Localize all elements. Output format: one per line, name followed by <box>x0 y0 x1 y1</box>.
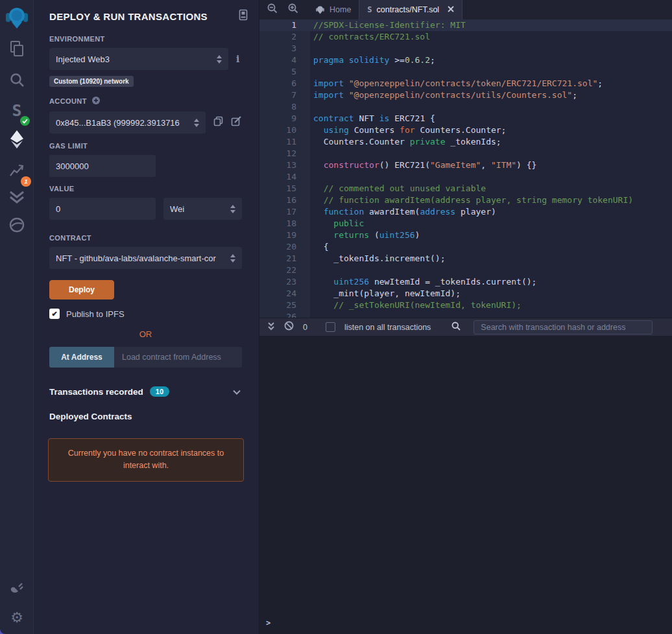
value-label: VALUE <box>49 185 242 193</box>
code-line[interactable]: 13 constructor() ERC721("GameItem", "ITM… <box>259 159 672 171</box>
code-line[interactable]: 3 <box>259 43 672 54</box>
line-number: 14 <box>259 171 310 183</box>
no-instances-warning: Currently you have no contract instances… <box>48 438 244 482</box>
line-number: 6 <box>259 78 310 89</box>
code-text <box>310 43 313 54</box>
line-number: 25 <box>259 299 310 311</box>
code-text: //SPDX-License-Identifier: MIT <box>310 19 466 31</box>
line-number: 22 <box>259 264 310 276</box>
settings-gear-icon[interactable]: ⚙ <box>0 608 34 628</box>
file-explorer-icon[interactable] <box>0 39 34 58</box>
create-account-plus-icon[interactable] <box>91 96 101 106</box>
terminal-search-input[interactable] <box>474 320 653 335</box>
main-area: Home S contracts/NFT.sol 1//SPDX-License… <box>259 0 672 634</box>
code-line[interactable]: 23 uint256 newItemId = _tokenIds.current… <box>259 276 672 288</box>
code-text: pragma solidity >=0.6.2; <box>310 54 435 66</box>
transactions-count-badge: 10 <box>150 386 169 397</box>
line-number: 10 <box>259 124 310 136</box>
line-number: 23 <box>259 276 310 288</box>
tab-home[interactable]: Home <box>307 0 359 19</box>
line-number: 12 <box>259 148 310 159</box>
code-line[interactable]: 20 { <box>259 241 672 253</box>
code-line[interactable]: 9contract NFT is ERC721 { <box>259 113 672 124</box>
environment-select[interactable]: Injected Web3 <box>49 48 228 70</box>
value-unit-select[interactable]: Wei <box>163 198 242 220</box>
code-line[interactable]: 11 Counters.Counter private _tokenIds; <box>259 136 672 148</box>
deploy-run-icon[interactable] <box>0 128 34 150</box>
editor-tabbar: Home S contracts/NFT.sol <box>259 0 672 19</box>
environment-label: ENVIRONMENT <box>49 35 242 43</box>
collapse-terminal-icon[interactable] <box>267 322 275 333</box>
transactions-recorded-label: Transactions recorded <box>49 387 143 397</box>
close-tab-icon[interactable] <box>448 5 454 14</box>
code-line[interactable]: 5 <box>259 66 672 78</box>
debugger-icon[interactable] <box>0 215 34 235</box>
code-line[interactable]: 25 // _setTokenURI(newItemId, tokenURI); <box>259 299 672 311</box>
code-line[interactable]: 7import "@openzeppelin/contracts/utils/C… <box>259 89 672 101</box>
tab-contracts-nft-sol[interactable]: S contracts/NFT.sol <box>359 0 462 19</box>
terminal-output[interactable]: > <box>259 336 672 634</box>
line-number: 3 <box>259 43 310 54</box>
compile-success-badge <box>20 116 30 126</box>
solidity-compiler-icon[interactable]: S <box>0 97 34 123</box>
terminal-search-icon <box>451 322 461 333</box>
zoom-out-icon[interactable] <box>267 3 278 16</box>
value-input[interactable] <box>49 198 156 220</box>
plugin-manager-icon[interactable] <box>0 579 34 598</box>
code-line[interactable]: 22 <box>259 264 672 276</box>
code-line[interactable]: 18 public <box>259 218 672 229</box>
documentation-book-icon[interactable] <box>238 9 248 23</box>
code-line[interactable]: 14 <box>259 171 672 183</box>
listen-transactions-checkbox[interactable] <box>326 322 335 332</box>
code-editor[interactable]: 1//SPDX-License-Identifier: MIT2// contr… <box>259 19 672 318</box>
edit-account-icon[interactable] <box>231 116 242 129</box>
line-number: 9 <box>259 113 310 124</box>
network-badge: Custom (10920) network <box>49 76 134 87</box>
code-text: function awardItem(address player) <box>310 206 496 218</box>
code-line[interactable]: 15 // commented out unused variable <box>259 183 672 194</box>
code-line[interactable]: 19 returns (uint256) <box>259 229 672 241</box>
line-number: 4 <box>259 54 310 66</box>
search-plugin-icon[interactable] <box>0 70 34 89</box>
notification-badge: 1 <box>21 176 31 187</box>
at-address-button[interactable]: At Address <box>49 347 114 368</box>
code-line[interactable]: 8 <box>259 101 672 113</box>
plugin-analytics-icon[interactable]: 1 <box>0 158 34 183</box>
line-number: 24 <box>259 288 310 299</box>
code-line[interactable]: 21 _tokenIds.increment(); <box>259 253 672 264</box>
zoom-in-icon[interactable] <box>288 3 298 16</box>
code-text: // function awardItem(address player, st… <box>310 194 633 206</box>
remix-logo-icon[interactable] <box>0 4 34 32</box>
deploy-button[interactable]: Deploy <box>49 280 114 299</box>
gas-limit-input[interactable] <box>49 155 156 177</box>
code-text: _tokenIds.increment(); <box>310 253 446 264</box>
copy-account-icon[interactable] <box>213 116 223 129</box>
account-select[interactable]: 0x845...B1aB3 (999992.3913716 <box>49 112 206 134</box>
code-line[interactable]: 2// contracts/ERC721.sol <box>259 31 672 43</box>
code-line[interactable]: 17 function awardItem(address player) <box>259 206 672 218</box>
code-text: public <box>310 218 364 229</box>
at-address-input[interactable] <box>114 347 242 368</box>
code-text: { <box>310 241 328 253</box>
code-text: // _setTokenURI(newItemId, tokenURI); <box>310 299 522 311</box>
code-line[interactable]: 4pragma solidity >=0.6.2; <box>259 54 672 66</box>
deploy-run-panel: DEPLOY & RUN TRANSACTIONS ENVIRONMENT In… <box>34 0 259 634</box>
pending-tx-count: 0 <box>303 323 307 332</box>
solidity-file-icon: S <box>367 5 372 14</box>
code-text: returns (uint256) <box>310 229 420 241</box>
environment-info-icon[interactable]: i <box>236 54 239 64</box>
clear-console-icon[interactable] <box>284 321 294 333</box>
code-line[interactable]: 26 <box>259 311 672 318</box>
code-line[interactable]: 16 // function awardItem(address player,… <box>259 194 672 206</box>
chevron-down-icon[interactable] <box>233 386 241 397</box>
code-line[interactable]: 24 _mint(player, newItemId); <box>259 288 672 299</box>
contract-select[interactable]: NFT - github/ava-labs/avalanche-smart-co… <box>49 247 242 269</box>
listen-transactions-label: listen on all transactions <box>344 323 431 332</box>
line-number: 20 <box>259 241 310 253</box>
code-line[interactable]: 12 <box>259 148 672 159</box>
unit-testing-icon[interactable] <box>0 187 34 206</box>
code-line[interactable]: 6import "@openzeppelin/contracts/token/E… <box>259 78 672 89</box>
code-line[interactable]: 1//SPDX-License-Identifier: MIT <box>259 19 672 31</box>
code-line[interactable]: 10 using Counters for Counters.Counter; <box>259 124 672 136</box>
publish-ipfs-checkbox[interactable]: ✔ <box>49 309 60 319</box>
